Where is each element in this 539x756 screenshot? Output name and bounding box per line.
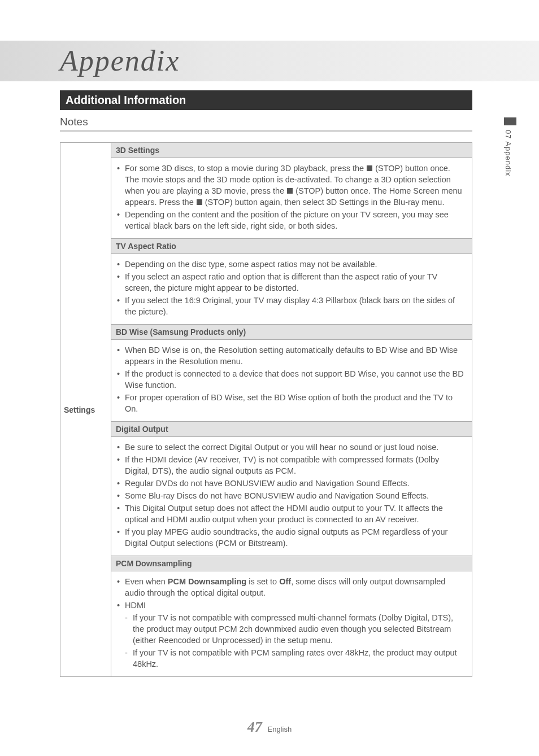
list-item: For some 3D discs, to stop a movie durin… (117, 163, 466, 208)
list-item: Some Blu-ray Discs do not have BONUSVIEW… (117, 490, 466, 501)
stop-icon (287, 188, 293, 194)
list-item: HDMI (117, 600, 466, 611)
section-bar: Additional Information (60, 90, 472, 110)
list-item: If the HDMI device (AV receiver, TV) is … (117, 454, 466, 477)
list-item: If the product is connected to a device … (117, 368, 466, 391)
list-item: If your TV is not compatible with PCM sa… (125, 647, 466, 670)
list-item: If you play MPEG audio soundtracks, the … (117, 526, 466, 549)
settings-row-label: Settings (60, 143, 111, 677)
page-title: Appendix (60, 44, 180, 77)
page-footer: 47 English (0, 719, 539, 736)
body-pcm-downsampling: Even when PCM Downsampling is set to Off… (111, 571, 472, 677)
body-digital-output: Be sure to select the correct Digital Ou… (111, 437, 472, 556)
page-language: English (267, 725, 292, 733)
side-tab: 07 Appendix (504, 117, 516, 180)
list-item: Depending on the content and the positio… (117, 209, 466, 231)
body-3d-settings: For some 3D discs, to stop a movie durin… (111, 158, 472, 239)
stop-icon (367, 165, 372, 171)
body-bd-wise: When BD Wise is on, the Resolution setti… (111, 340, 472, 422)
page-number: 47 (247, 719, 262, 735)
side-tab-label: 07 Appendix (504, 128, 512, 177)
stop-icon (197, 199, 202, 205)
subhead-pcm-downsampling: PCM Downsampling (111, 556, 472, 571)
list-item: If you select an aspect ratio and option… (117, 271, 466, 294)
notes-heading: Notes (60, 116, 472, 132)
settings-table: Settings 3D Settings For some 3D discs, … (60, 142, 472, 677)
list-item: For proper operation of BD Wise, set the… (117, 392, 466, 414)
list-item: Be sure to select the correct Digital Ou… (117, 442, 466, 453)
subhead-tv-aspect: TV Aspect Ratio (111, 239, 472, 254)
list-item: Even when PCM Downsampling is set to Off… (117, 576, 466, 598)
side-tab-mark (504, 117, 516, 125)
body-tv-aspect: Depending on the disc type, some aspect … (111, 254, 472, 325)
subhead-bd-wise: BD Wise (Samsung Products only) (111, 325, 472, 340)
subhead-digital-output: Digital Output (111, 422, 472, 437)
list-item: If you select the 16:9 Original, your TV… (117, 295, 466, 317)
section-bar-label: Additional Information (66, 94, 186, 106)
list-item: This Digital Output setup does not affec… (117, 502, 466, 525)
list-item: If your TV is not compatible with compre… (125, 612, 466, 646)
list-item: Depending on the disc type, some aspect … (117, 259, 466, 270)
list-item: Regular DVDs do not have BONUSVIEW audio… (117, 478, 466, 489)
list-item: When BD Wise is on, the Resolution setti… (117, 344, 466, 367)
subhead-3d-settings: 3D Settings (111, 143, 472, 158)
